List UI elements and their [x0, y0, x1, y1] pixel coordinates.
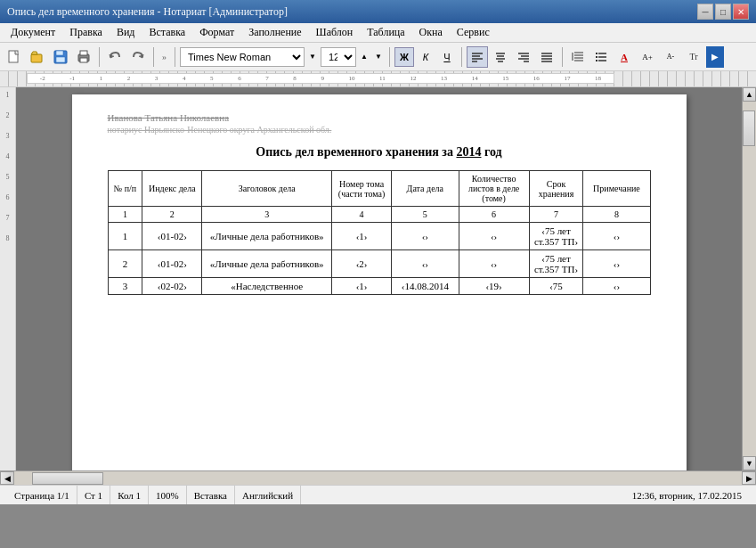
maximize-button[interactable]: □ [715, 4, 731, 20]
doc-author-name: Иванова Татьяна Николаевна [108, 112, 651, 123]
window-title: Опись дел временного хранения - Нотариат… [7, 5, 288, 19]
scroll-left-button[interactable]: ◀ [0, 471, 14, 485]
row3-index: ‹02-02› [142, 278, 202, 295]
row1-index: ‹01-02› [142, 223, 202, 250]
line-spacing-button[interactable] [567, 46, 589, 68]
doc-title: Опись дел временного хранения за 2014 го… [108, 145, 651, 159]
row2-vol: ‹2› [332, 250, 392, 278]
svg-rect-31 [596, 53, 597, 54]
font-size-selector[interactable]: 12 [321, 47, 356, 67]
col-num-5: 5 [392, 207, 459, 223]
font-selector[interactable]: Times New Roman [180, 47, 305, 67]
doc-title-text: Опись дел временного хранения за [256, 145, 456, 159]
menu-edit[interactable]: Правка [62, 24, 110, 41]
font-size-down[interactable]: ▼ [372, 46, 385, 68]
ruler: -2-1123456789101112131415161718 [0, 71, 756, 87]
scroll-htrack[interactable] [14, 472, 742, 485]
svg-rect-4 [56, 57, 65, 62]
toolbar-separator-4 [389, 47, 390, 67]
status-language: Английский [235, 486, 301, 504]
align-justify-button[interactable] [536, 46, 557, 68]
scroll-hthumb[interactable] [32, 472, 103, 485]
status-zoom: 100% [149, 486, 187, 504]
doc-author-title: нотариус Нарьянско-Ненецкого округа Арха… [108, 125, 651, 135]
new-button[interactable] [4, 46, 25, 68]
row2-period: ‹75 лет ст.357 ТП› [529, 250, 583, 278]
scroll-track[interactable] [743, 102, 756, 456]
font-size-up[interactable]: ▲ [358, 46, 370, 68]
bold-button[interactable]: Ж [394, 47, 414, 67]
title-bar: Опись дел временного хранения - Нотариат… [0, 0, 756, 23]
row2-title: «Личные дела работников» [202, 250, 332, 278]
row1-note: ‹› [583, 223, 650, 250]
toolbar-extra[interactable]: ▶ [706, 46, 724, 68]
status-bar: Страница 1/1 Ст 1 Кол 1 100% Вставка Анг… [0, 485, 756, 504]
status-time: 12:36, вторник, 17.02.2015 [625, 486, 749, 504]
menu-table[interactable]: Таблица [360, 24, 411, 41]
col-header-date: Дата дела [392, 171, 459, 207]
col-num-6: 6 [459, 207, 529, 223]
menu-view[interactable]: Вид [110, 24, 142, 41]
toolbar-separator-3 [175, 47, 175, 67]
row3-period: ‹75 [529, 278, 583, 295]
row1-title: «Личные дела работников» [202, 223, 332, 250]
font-color-button[interactable]: A [614, 46, 635, 68]
menu-windows[interactable]: Окна [412, 24, 450, 41]
col-header-period: Срок хранения [529, 171, 583, 207]
table-row: 1 ‹01-02› «Личные дела работников» ‹1› ‹… [108, 223, 650, 250]
status-col: Кол 1 [110, 486, 149, 504]
document-area[interactable]: Иванова Татьяна Николаевна нотариус Нарь… [16, 87, 742, 470]
font-size-inc-button[interactable]: A+ [637, 46, 658, 68]
underline-button[interactable]: Ч [437, 47, 457, 67]
doc-title-end: год [481, 145, 501, 159]
main-area: 12345678 Иванова Татьяна Николаевна нота… [0, 87, 756, 470]
italic-button[interactable]: К [416, 47, 435, 67]
toolbar: » Times New Roman ▼ 12 ▲ ▼ Ж К Ч A A+ A-… [0, 43, 756, 71]
horizontal-scrollbar[interactable]: ◀ ▶ [0, 470, 756, 485]
font-dropdown-arrow[interactable]: ▼ [306, 46, 319, 68]
print-button[interactable] [73, 46, 94, 68]
minimize-button[interactable]: ─ [697, 4, 713, 20]
svg-rect-3 [56, 51, 63, 55]
menu-insert[interactable]: Вставка [142, 24, 192, 41]
text-color-button[interactable]: Tr [683, 46, 704, 68]
align-center-button[interactable] [490, 46, 511, 68]
ruler-numbers: -2-1123456789101112131415161718 [27, 73, 614, 84]
font-size-dec-button[interactable]: A- [660, 46, 681, 68]
menu-template[interactable]: Шаблон [309, 24, 361, 41]
scroll-down-button[interactable]: ▼ [743, 456, 756, 470]
list-button[interactable] [590, 46, 612, 68]
menu-fill[interactable]: Заполнение [241, 24, 308, 41]
col-header-vol: Номер тома (части тома) [332, 171, 392, 207]
scroll-up-button[interactable]: ▲ [743, 87, 756, 102]
save-button[interactable] [50, 46, 71, 68]
row3-date: ‹14.08.2014 [392, 278, 459, 295]
scroll-right-button[interactable]: ▶ [742, 471, 756, 485]
close-button[interactable]: ✕ [733, 4, 749, 20]
col-header-index: Индекс дела [142, 171, 202, 207]
scroll-thumb[interactable] [743, 110, 755, 146]
toolbar-separator-1 [99, 47, 100, 67]
toolbar-more-arrow[interactable]: » [159, 52, 170, 61]
menu-document[interactable]: Документ [4, 24, 62, 41]
row1-num: 1 [108, 223, 142, 250]
doc-table: № п/п Индекс дела Заголовок дела Номер т… [108, 170, 651, 295]
menu-format[interactable]: Формат [192, 24, 241, 41]
table-num-row: 1 2 3 4 5 6 7 8 [108, 207, 650, 223]
undo-button[interactable] [104, 46, 126, 68]
table-row: 2 ‹01-02› «Личные дела работников» ‹2› ‹… [108, 250, 650, 278]
row1-date: ‹› [392, 223, 459, 250]
redo-button[interactable] [127, 46, 149, 68]
row2-note: ‹› [583, 250, 650, 278]
row3-sheets: ‹19› [459, 278, 529, 295]
align-left-button[interactable] [467, 46, 488, 68]
vertical-scrollbar[interactable]: ▲ ▼ [742, 87, 756, 470]
col-header-num: № п/п [108, 171, 142, 207]
open-button[interactable] [27, 46, 48, 68]
menu-service[interactable]: Сервис [450, 24, 497, 41]
doc-year: 2014 [456, 145, 481, 159]
align-right-button[interactable] [513, 46, 534, 68]
window-controls: ─ □ ✕ [697, 4, 749, 20]
svg-rect-1 [31, 54, 42, 62]
col-num-1: 1 [108, 207, 142, 223]
